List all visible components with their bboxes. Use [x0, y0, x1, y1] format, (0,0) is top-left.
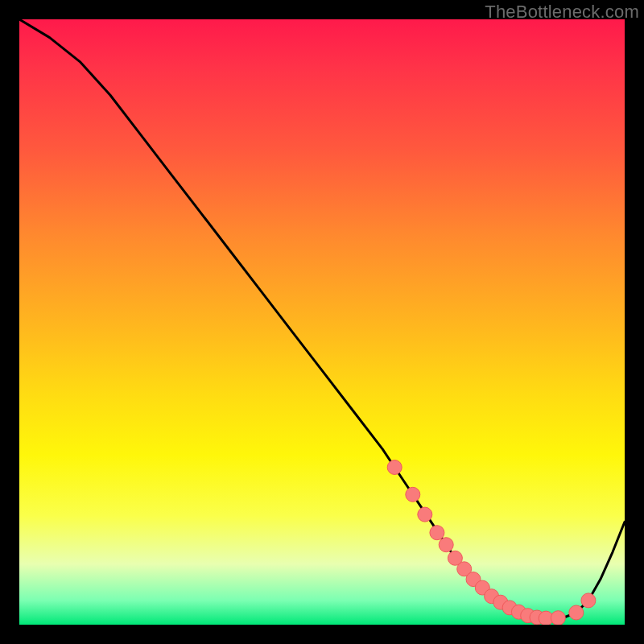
valley-marker: [430, 526, 444, 540]
valley-marker: [466, 572, 481, 587]
valley-marker: [448, 551, 462, 565]
valley-marker: [387, 460, 402, 475]
valley-markers: [387, 460, 596, 625]
plot-area: [19, 19, 625, 625]
valley-marker: [530, 610, 544, 625]
bottleneck-curve: [19, 19, 625, 619]
curve-layer: [19, 19, 625, 625]
valley-marker: [581, 593, 596, 608]
valley-marker: [485, 589, 499, 604]
valley-marker: [521, 609, 535, 623]
chart-stage: TheBottleneck.com: [0, 0, 644, 644]
valley-marker: [457, 562, 472, 576]
valley-marker: [493, 595, 508, 609]
valley-marker: [511, 605, 526, 619]
valley-marker: [475, 580, 489, 595]
valley-marker: [539, 611, 553, 625]
valley-marker: [418, 507, 432, 522]
valley-marker: [439, 538, 453, 552]
valley-marker: [551, 611, 565, 625]
valley-marker: [406, 487, 420, 502]
valley-marker: [502, 601, 517, 615]
valley-marker: [569, 605, 584, 620]
